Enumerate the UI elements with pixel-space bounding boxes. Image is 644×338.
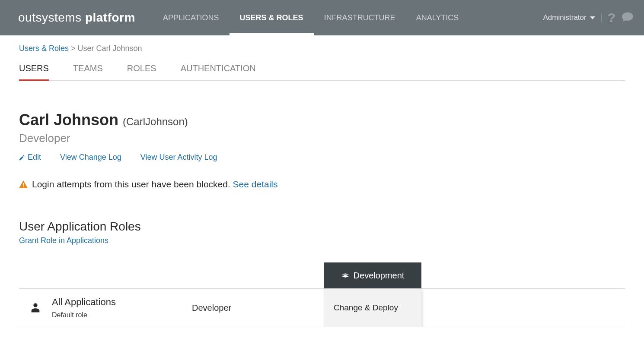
- nav-analytics[interactable]: ANALYTICS: [406, 0, 469, 35]
- tab-teams[interactable]: TEAMS: [73, 63, 103, 80]
- section-title: User Application Roles: [19, 220, 625, 234]
- user-username: (CarlJohnson): [123, 116, 188, 127]
- tab-authentication[interactable]: AUTHENTICATION: [181, 63, 256, 80]
- tab-roles[interactable]: ROLES: [127, 63, 156, 80]
- content: Users & Roles > User Carl Johnson USERS …: [0, 35, 644, 327]
- env-header: Development: [324, 262, 421, 288]
- app-name: All Applications: [52, 297, 116, 308]
- breadcrumb-link[interactable]: Users & Roles: [19, 44, 69, 53]
- roles-table: Development All Applications Default rol…: [19, 262, 625, 327]
- page-body: Carl Johnson (CarlJohnson) Developer Edi…: [19, 81, 625, 327]
- page-title: Carl Johnson (CarlJohnson): [19, 111, 625, 129]
- action-links: Edit View Change Log View User Activity …: [19, 153, 625, 162]
- logo: outsystems platform: [18, 11, 135, 25]
- alert-text: Login attempts from this user have been …: [32, 179, 233, 189]
- alert-box: Login attempts from this user have been …: [19, 179, 625, 190]
- logo-text-bold: platform: [85, 11, 135, 24]
- app-sub: Default role: [52, 311, 116, 319]
- nav-applications[interactable]: APPLICATIONS: [153, 0, 230, 35]
- top-navigation: outsystems platform APPLICATIONS USERS &…: [0, 0, 644, 35]
- breadcrumb-separator: >: [69, 44, 78, 53]
- env-header-label: Development: [354, 271, 405, 281]
- stack-icon: [341, 273, 349, 278]
- breadcrumb: Users & Roles > User Carl Johnson: [19, 35, 625, 63]
- nav-items: APPLICATIONS USERS & ROLES INFRASTRUCTUR…: [153, 0, 543, 35]
- user-role-label: Developer: [19, 132, 625, 145]
- user-menu[interactable]: Administrator: [543, 13, 602, 22]
- chat-icon[interactable]: [622, 12, 634, 24]
- tab-users[interactable]: USERS: [19, 63, 49, 81]
- view-change-log-link[interactable]: View Change Log: [60, 153, 121, 162]
- nav-right: Administrator ?: [543, 10, 634, 25]
- table-row: All Applications Default role Developer …: [19, 288, 625, 327]
- view-activity-log-link[interactable]: View User Activity Log: [140, 153, 217, 162]
- warning-icon: [19, 180, 28, 189]
- caret-down-icon: [590, 16, 595, 19]
- roles-header: Development: [19, 262, 625, 288]
- grant-role-link[interactable]: Grant Role in Applications: [19, 236, 108, 245]
- nav-users-roles[interactable]: USERS & ROLES: [230, 0, 314, 35]
- help-icon[interactable]: ?: [608, 10, 615, 25]
- pencil-icon: [19, 155, 25, 161]
- user-name-label: Administrator: [543, 13, 587, 22]
- edit-label: Edit: [28, 153, 41, 162]
- logo-text-light: outsystems: [18, 11, 82, 24]
- person-icon: [29, 302, 41, 314]
- sub-tabs: USERS TEAMS ROLES AUTHENTICATION: [19, 63, 625, 81]
- col-env[interactable]: Change & Deploy: [324, 289, 421, 327]
- edit-link[interactable]: Edit: [19, 153, 41, 162]
- user-display-name: Carl Johnson: [19, 111, 118, 129]
- nav-infrastructure[interactable]: INFRASTRUCTURE: [314, 0, 406, 35]
- col-app: All Applications Default role: [19, 289, 192, 327]
- col-role: Developer: [192, 289, 324, 327]
- see-details-link[interactable]: See details: [233, 179, 278, 189]
- breadcrumb-current: User Carl Johnson: [78, 44, 142, 53]
